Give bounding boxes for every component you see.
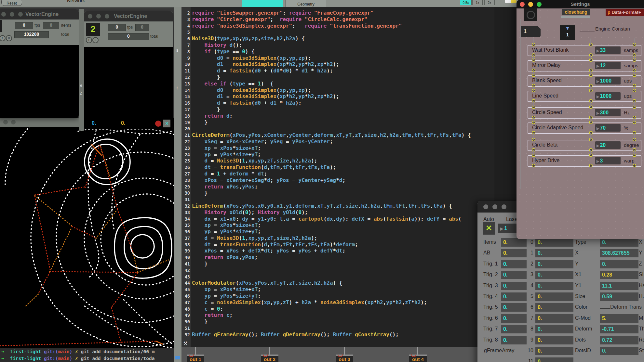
window-dot-icon[interactable] [483, 204, 488, 209]
tool-icon[interactable]: ⚒ [183, 341, 188, 346]
total-display[interactable]: 102288 [14, 31, 49, 38]
trigger-button[interactable]: ▼1 [560, 25, 575, 40]
index-value-box[interactable]: 0. [535, 292, 573, 301]
scroll-thumb[interactable] [175, 356, 180, 359]
index-value-box[interactable]: 0. [535, 347, 573, 355]
window-button-icon[interactable] [96, 14, 101, 19]
ve2-titlebar[interactable]: VectorEngine [84, 11, 173, 21]
zoom-05x-button[interactable]: 0.5x [460, 0, 472, 5]
window-button-icon[interactable] [105, 14, 109, 19]
window-button-icon[interactable] [18, 12, 23, 17]
patch-cord[interactable] [590, 55, 591, 60]
patch-cord[interactable] [590, 101, 591, 107]
data-format-subpatcher[interactable]: p Data-Format+ [606, 9, 644, 16]
count-display[interactable]: 2 [86, 23, 100, 36]
auto-enable-toggle[interactable]: ✕ [483, 222, 495, 235]
patch-cord[interactable] [590, 70, 591, 75]
param-value-box[interactable]: 0.28 [600, 271, 638, 279]
row-value-box[interactable]: 0. [501, 282, 527, 290]
patch-cord[interactable] [590, 133, 591, 140]
io-dot-icon[interactable] [532, 164, 535, 167]
param-numbox[interactable]: ▶20 [595, 141, 621, 149]
index-value-box[interactable]: 0. [535, 260, 573, 268]
patch-cord[interactable] [634, 117, 635, 123]
close-icon[interactable]: ✕ [163, 120, 170, 127]
message-box[interactable]: 1 [520, 26, 541, 37]
patch-cord[interactable] [634, 38, 635, 45]
param-value-box[interactable]: 11.1 [600, 282, 638, 290]
window-button-icon[interactable] [88, 14, 92, 19]
settings-titlebar[interactable]: Settings [517, 0, 644, 8]
toggle-object[interactable] [524, 8, 537, 21]
codebox[interactable]: 2require "LineSwapper.genexpr"; require … [181, 7, 494, 347]
network-tab[interactable]: Network [67, 0, 85, 3]
row-value-box[interactable]: 0. [501, 314, 527, 323]
row-value-box[interactable]: 0. [501, 238, 527, 247]
index-value-box[interactable]: 0. [535, 303, 573, 312]
patch-cord[interactable] [533, 70, 534, 75]
row-value-box[interactable]: 0. [501, 249, 527, 257]
index-value-box[interactable]: 0. [535, 325, 573, 333]
r-button[interactable]: r [0, 35, 6, 41]
out-object-2[interactable]: out 2 [261, 355, 278, 362]
param-numbox[interactable]: ▶1000 [595, 77, 621, 84]
param-value-box[interactable]: 0. [600, 347, 638, 355]
patch-cord[interactable] [533, 85, 534, 91]
row-value-box[interactable]: 0. [501, 271, 527, 279]
patch-cord[interactable] [590, 38, 591, 45]
items-display[interactable]: 0 [135, 24, 149, 31]
r-button[interactable]: r [86, 37, 92, 43]
out-object-3[interactable]: out 3 [336, 355, 353, 362]
patch-cord[interactable] [533, 38, 534, 45]
patch-cord[interactable] [634, 133, 635, 140]
active-tab-highlight[interactable] [242, 0, 283, 7]
param-numbox[interactable]: ▶33 [595, 46, 621, 54]
index-value-box[interactable]: 0. [535, 357, 573, 362]
row-value-box[interactable]: 0. [501, 303, 527, 312]
param-numbox[interactable]: ▶3 [595, 157, 621, 164]
zoom-1x-button[interactable]: 1x [472, 0, 483, 5]
param-numbox[interactable]: ▶70 [595, 124, 621, 132]
param-value-box[interactable]: -0.71 [600, 325, 638, 333]
patch-cord[interactable] [634, 70, 635, 75]
patch-cord[interactable] [344, 347, 345, 355]
io-dot-icon[interactable] [633, 164, 636, 167]
window-button-icon[interactable] [10, 12, 14, 17]
param-numbox[interactable]: ▶12 [595, 62, 621, 69]
fps-display[interactable]: 0 [15, 22, 33, 29]
patch-cord[interactable] [533, 150, 534, 155]
param-value-box[interactable]: 308.627655 [600, 249, 638, 257]
reset-button[interactable]: Reset [1, 0, 22, 6]
fps-display[interactable]: 0 [108, 24, 126, 31]
patch-cord[interactable] [533, 101, 534, 107]
param-value-box[interactable]: 0. [600, 238, 638, 247]
patch-cord[interactable] [590, 117, 591, 123]
window-button-icon[interactable] [1, 12, 6, 17]
out-object-4[interactable]: out 4 [409, 355, 427, 362]
out-object-1[interactable]: out 1 [187, 355, 204, 362]
code-text[interactable]: 2require "LineSwapper.genexpr"; require … [181, 10, 494, 338]
param-numbox[interactable]: ▶1000 [595, 92, 621, 100]
param-value-box[interactable]: 0.72 [600, 336, 638, 344]
index-value-box[interactable]: 0. [535, 238, 573, 247]
o-button[interactable]: o [92, 37, 99, 43]
terminal-window[interactable]: ➜ first-light git:(main) ✗ git add docum… [0, 348, 174, 362]
total-display[interactable]: 0 [108, 33, 149, 40]
param-value-box[interactable]: 0. [600, 260, 638, 268]
index-value-box[interactable]: 0. [535, 271, 573, 279]
record-indicator-icon[interactable] [155, 121, 161, 127]
window-dot-icon[interactable] [492, 204, 497, 209]
row-value-box[interactable]: 0. [501, 260, 527, 268]
param-numbox[interactable]: ▶300 [595, 109, 621, 116]
patch-cord[interactable] [533, 117, 534, 123]
background-window-titlebar[interactable] [0, 118, 79, 127]
segmented-toggle[interactable] [505, 0, 517, 3]
window-dot-icon[interactable] [502, 204, 506, 209]
index-value-box[interactable]: 0. [535, 314, 573, 323]
row-value-box[interactable]: 0. [501, 325, 527, 333]
o-button[interactable]: o [6, 35, 12, 41]
io-dot-icon[interactable] [589, 164, 593, 167]
patch-cord[interactable] [269, 347, 270, 355]
ve1-titlebar[interactable]: VectorEngine [0, 9, 79, 19]
index-value-box[interactable]: 0. [535, 282, 573, 290]
